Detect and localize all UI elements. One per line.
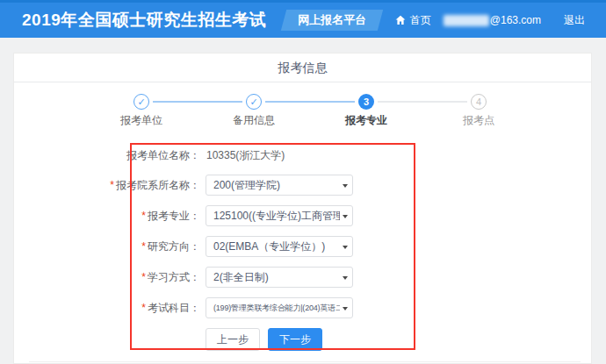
registration-info-card: 报考信息 ✓ 报考单位 ✓ 备用信息 3 报考专业 4 报考点 报考单位名称： … — [13, 53, 592, 364]
department-label: *报考院系所名称： — [14, 178, 200, 193]
research-direction-select-value: 02(EMBA（专业学位）) — [213, 239, 325, 254]
major-select-value: 125100((专业学位)工商管理) — [213, 209, 340, 224]
platform-badge: 网上报名平台 — [284, 10, 380, 31]
logout-link[interactable]: 退出 — [564, 13, 585, 28]
step-2-check-icon: ✓ — [246, 94, 262, 110]
email-redacted-blur — [444, 15, 489, 26]
field-unit-name: 报考单位名称： 10335(浙江大学) — [14, 147, 591, 163]
exam-subjects-label: *考试科目： — [14, 301, 200, 316]
next-step-button[interactable]: 下一步 — [268, 328, 322, 351]
study-mode-select[interactable]: 2(非全日制) — [206, 267, 353, 288]
home-link-label: 首页 — [410, 13, 431, 28]
field-research-direction: *研究方向： 02(EMBA（专业学位）) — [14, 236, 591, 257]
research-direction-label: *研究方向： — [14, 239, 200, 254]
step-3-label: 报考专业 — [310, 113, 422, 128]
required-asterisk: * — [141, 210, 146, 222]
unit-name-label: 报考单位名称： — [14, 148, 200, 163]
field-exam-subjects: *考试科目： (199)管理类联考综合能力|(204)英语二|(-)无 — [14, 297, 591, 318]
platform-badge-label: 网上报名平台 — [298, 13, 366, 26]
required-asterisk: * — [141, 240, 146, 253]
exam-subjects-select[interactable]: (199)管理类联考综合能力|(204)英语二|(-)无 — [206, 297, 353, 318]
department-select[interactable]: 200(管理学院) — [206, 175, 353, 196]
chevron-down-icon — [343, 307, 348, 313]
field-major: *报考专业： 125100((专业学位)工商管理) — [14, 205, 591, 226]
step-application-major: 3 报考专业 — [310, 94, 422, 128]
chevron-down-icon — [343, 184, 348, 190]
unit-name-value: 10335(浙江大学) — [206, 148, 285, 163]
site-title: 2019年全国硕士研究生招生考试 — [22, 9, 266, 32]
home-link[interactable]: 首页 — [395, 13, 431, 28]
required-asterisk: * — [110, 179, 114, 191]
field-study-mode: *学习方式： 2(非全日制) — [14, 267, 591, 288]
chevron-down-icon — [343, 246, 348, 252]
home-icon — [395, 15, 406, 25]
user-email: @163.com — [444, 14, 541, 26]
step-1-label: 报考单位 — [85, 113, 198, 128]
research-direction-select[interactable]: 02(EMBA（专业学位）) — [206, 236, 353, 257]
form-actions: 上一步 下一步 — [206, 328, 591, 351]
email-suffix: @163.com — [490, 14, 541, 26]
application-form: 报考单位名称： 10335(浙江大学) *报考院系所名称： 200(管理学院) … — [14, 147, 591, 351]
department-select-value: 200(管理学院) — [213, 178, 280, 193]
chevron-down-icon — [343, 276, 348, 282]
step-4-number: 4 — [471, 94, 487, 110]
chevron-down-icon — [343, 215, 348, 221]
required-asterisk: * — [141, 271, 146, 283]
section-divider — [29, 361, 581, 362]
step-backup-info: ✓ 备用信息 — [198, 94, 310, 128]
step-4-label: 报考点 — [422, 113, 535, 128]
page-title: 报考信息 — [14, 54, 591, 82]
study-mode-select-value: 2(非全日制) — [213, 270, 269, 285]
study-mode-label: *学习方式： — [14, 270, 200, 285]
top-header: 2019年全国硕士研究生招生考试 网上报名平台 首页 @163.com 退出 — [0, 0, 606, 38]
step-progress: ✓ 报考单位 ✓ 备用信息 3 报考专业 4 报考点 — [85, 94, 535, 128]
exam-subjects-select-value: (199)管理类联考综合能力|(204)英语二|(-)无 — [213, 303, 340, 314]
step-exam-site: 4 报考点 — [422, 94, 535, 128]
header-nav: 首页 @163.com 退出 — [395, 13, 585, 28]
step-2-label: 备用信息 — [198, 113, 310, 128]
major-select[interactable]: 125100((专业学位)工商管理) — [206, 205, 353, 226]
previous-step-button[interactable]: 上一步 — [206, 328, 260, 351]
step-1-check-icon: ✓ — [133, 94, 149, 110]
step-application-unit: ✓ 报考单位 — [85, 94, 198, 128]
field-department: *报考院系所名称： 200(管理学院) — [14, 175, 591, 196]
step-3-number: 3 — [358, 94, 374, 110]
major-label: *报考专业： — [14, 209, 200, 224]
required-asterisk: * — [141, 302, 146, 314]
